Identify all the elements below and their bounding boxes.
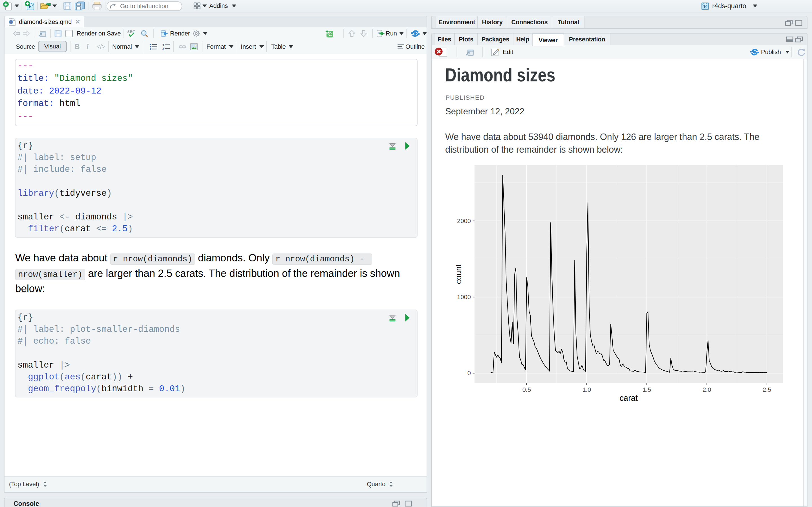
svg-text:2000: 2000 — [457, 217, 471, 224]
svg-text:carat: carat — [619, 393, 638, 402]
svg-text:1.0: 1.0 — [582, 386, 591, 393]
svg-text:2: 2 — [162, 47, 164, 50]
svg-text:count: count — [454, 264, 463, 284]
svg-text:0.5: 0.5 — [522, 386, 531, 393]
svg-text:0: 0 — [467, 370, 471, 377]
svg-text:2.5: 2.5 — [763, 386, 771, 393]
svg-text:R: R — [704, 4, 707, 9]
svg-text:2.0: 2.0 — [703, 386, 711, 393]
svg-text:1000: 1000 — [457, 293, 471, 300]
svg-text:1: 1 — [162, 44, 164, 47]
svg-text:1.5: 1.5 — [643, 386, 651, 393]
